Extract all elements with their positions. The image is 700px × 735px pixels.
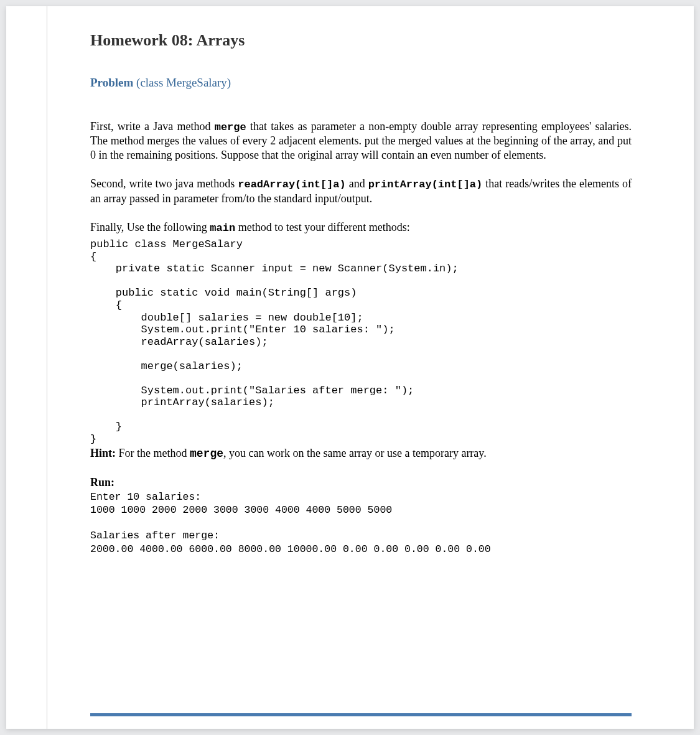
- page-title: Homework 08: Arrays: [90, 31, 632, 50]
- run-block-output: Salaries after merge: 2000.00 4000.00 60…: [90, 529, 632, 556]
- p3-t1: Finally, Use the following: [90, 221, 210, 233]
- bottom-accent-bar: [90, 713, 632, 716]
- document-content: Homework 08: Arrays Problem (class Merge…: [90, 31, 632, 556]
- p2-m2: printArray(int[]a): [368, 179, 483, 190]
- p1-t1: First, write a Java method: [90, 120, 215, 133]
- run-heading: Run:: [90, 476, 632, 489]
- p1-m1: merge: [215, 121, 246, 133]
- document-page: Homework 08: Arrays Problem (class Merge…: [6, 6, 694, 729]
- paragraph-finally: Finally, Use the following main method t…: [90, 220, 632, 235]
- p2-t2: and: [346, 177, 368, 190]
- hint-t1: For the method: [116, 447, 190, 459]
- p2-t1: Second, write two java methods: [90, 177, 238, 190]
- hint-line: Hint: For the method merge, you can work…: [90, 447, 632, 460]
- paragraph-first: First, write a Java method merge that ta…: [90, 119, 632, 162]
- p2-m1: readArray(int[]a): [238, 179, 345, 190]
- paragraph-second: Second, write two java methods readArray…: [90, 177, 632, 205]
- hint-t2: , you can work on the same array or use …: [223, 447, 487, 459]
- problem-class: (class MergeSalary): [136, 76, 231, 89]
- problem-heading: Problem (class MergeSalary): [90, 76, 632, 90]
- code-block: public class MergeSalary { private stati…: [90, 238, 632, 445]
- p3-m1: main: [210, 222, 235, 234]
- p3-t2: method to test your different methods:: [235, 221, 410, 233]
- problem-label: Problem: [90, 76, 136, 89]
- run-block-input: Enter 10 salaries: 1000 1000 2000 2000 3…: [90, 490, 632, 517]
- hint-m1: merge: [190, 447, 223, 460]
- margin-rule: [47, 6, 47, 729]
- hint-label: Hint:: [90, 447, 116, 459]
